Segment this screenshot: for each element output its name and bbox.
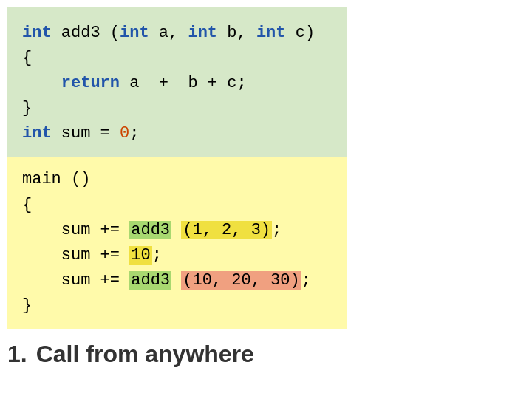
top-code-block: int add3 (int a, int b, int c) { return …: [7, 7, 347, 157]
code-line-main-3: sum += add3 (1, 2, 3);: [22, 218, 332, 243]
code-line-main-1: main (): [22, 167, 332, 192]
code-line-main-4: sum += 10;: [22, 243, 332, 268]
bottom-code-block: main () { sum += add3 (1, 2, 3); sum += …: [7, 157, 347, 329]
code-line-main-5: sum += add3 (10, 20, 30);: [22, 268, 332, 293]
code-line-main-2: {: [22, 193, 332, 218]
code-line-4: }: [22, 96, 332, 121]
code-line-3: return a + b + c;: [22, 71, 332, 96]
code-line-2: {: [22, 46, 332, 71]
caption-row: 1. Call from anywhere: [7, 341, 532, 368]
code-line-5: int sum = 0;: [22, 121, 332, 146]
caption-text: Call from anywhere: [36, 341, 254, 368]
code-line-1: int add3 (int a, int b, int c): [22, 21, 332, 46]
code-line-main-6: }: [22, 293, 332, 318]
caption-number: 1.: [7, 341, 27, 368]
